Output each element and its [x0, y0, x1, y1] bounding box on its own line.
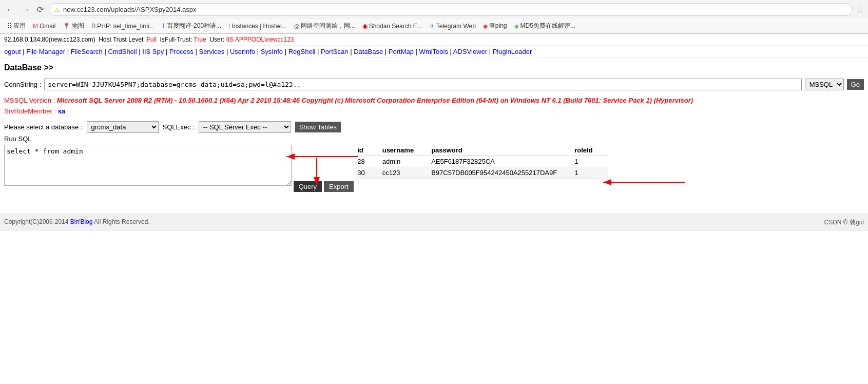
bookmark-md5[interactable]: ◈ MD5免费在线解密...	[511, 21, 578, 31]
apps-icon: ⠿	[7, 23, 12, 30]
cell-id: 30	[355, 167, 380, 179]
bookmark-label: Telegram Web	[436, 23, 476, 30]
user-value: IIS APPPOOL\newcc123	[226, 36, 294, 43]
nav-file-search[interactable]: FileSearch	[71, 48, 103, 55]
go-button[interactable]: Go	[847, 79, 864, 90]
maps-icon: 📍	[63, 23, 70, 30]
cell-password: AE5F6187F32825CA	[429, 156, 572, 167]
role-label: SrvRoleMember :	[4, 107, 56, 115]
db-type-select[interactable]: MSSQL MySQL Oracle	[805, 79, 844, 90]
sql-area-wrapper	[4, 145, 292, 189]
nav-database[interactable]: DataBase	[354, 48, 383, 55]
db-dropdown[interactable]: grcms_data	[87, 121, 159, 133]
results-wrapper: id username password roleId 28 admin AE5…	[355, 145, 608, 189]
nav-iis-spy[interactable]: IIS Spy	[142, 48, 164, 55]
copyright-text: Copyright(C)2006-2014	[4, 218, 68, 225]
db-select-row: Please select a database : grcms_data SQ…	[4, 121, 864, 133]
bookmark-maps[interactable]: 📍 地图	[60, 21, 87, 31]
main-content: DataBase >> ConnString : MSSQL MySQL Ora…	[0, 58, 868, 203]
bookmark-telegram[interactable]: ✈ Telegram Web	[427, 22, 479, 31]
col-roleid: roleId	[572, 145, 608, 156]
sqlexec-label: SQLExec :	[163, 123, 195, 131]
cell-roleid: 1	[572, 167, 608, 179]
bookmark-shodan[interactable]: ◉ Shodan Search E...	[359, 22, 426, 31]
cell-roleid: 1	[572, 156, 608, 167]
bookmark-network[interactable]: ◎ 网络空间测绘，网...	[291, 21, 358, 31]
host-trust-label: Host Trust Level:	[99, 36, 145, 43]
sql-textarea[interactable]	[4, 145, 292, 186]
bookmark-baidu[interactable]: T 百度翻译-200种语...	[159, 21, 224, 31]
cell-password: B97C57DB005F954242450A255217DA9F	[429, 167, 572, 179]
forward-button[interactable]: →	[20, 4, 32, 15]
host-trust-value: Full	[147, 36, 157, 43]
table-row: 30 cc123 B97C57DB005F954242450A255217DA9…	[355, 167, 608, 179]
results-table: id username password roleId 28 admin AE5…	[355, 145, 608, 179]
nav-plugin-loader[interactable]: PluginLoader	[493, 48, 532, 55]
arrow-annotation-3	[598, 175, 690, 190]
network-icon: ◎	[294, 23, 299, 30]
nav-process[interactable]: Process	[169, 48, 194, 55]
bookmark-star-button[interactable]: ☆	[856, 4, 864, 15]
header-row: id username password roleId	[355, 145, 608, 156]
nav-file-manager[interactable]: File Manager	[26, 48, 65, 55]
back-button[interactable]: ←	[4, 4, 16, 15]
query-button[interactable]: Query	[294, 181, 322, 192]
col-password: password	[429, 145, 572, 156]
ip-host-text: 92.168.0.134:80(new.cc123.com)	[4, 36, 95, 43]
nav-port-map[interactable]: PortMap	[389, 48, 414, 55]
export-button[interactable]: Export	[324, 181, 354, 192]
show-tables-button[interactable]: Show Tables	[295, 122, 341, 132]
nav-logout[interactable]: ogout	[4, 48, 21, 55]
conn-input[interactable]	[44, 79, 801, 90]
footer: Copyright(C)2006-2014 Bin'Blog All Right…	[0, 214, 868, 231]
address-bar[interactable]: ⚠ new.cc123.com/uploads/ASPXSpy2014.aspx	[49, 3, 853, 16]
action-btns-container: Query Export	[294, 181, 354, 198]
footer-left: Copyright(C)2006-2014 Bin'Blog All Right…	[4, 218, 150, 227]
reload-button[interactable]: ⟳	[35, 4, 46, 15]
table-header: id username password roleId	[355, 145, 608, 156]
nav-ads-viewer[interactable]: ADSViewer	[453, 48, 487, 55]
bookmark-label: 网络空间测绘，网...	[301, 22, 355, 30]
warning-icon: ⚠	[54, 6, 60, 13]
baidu-icon: T	[162, 23, 165, 30]
bookmark-label: PHP: set_time_limi...	[97, 23, 154, 30]
nav-port-scan[interactable]: PortScan	[321, 48, 348, 55]
bookmark-gmail[interactable]: M Gmail	[30, 22, 59, 31]
cell-username: admin	[380, 156, 429, 167]
nav-reg-shell[interactable]: RegShell	[288, 48, 316, 55]
nav-sys-info[interactable]: SysInfo	[261, 48, 283, 55]
nav-wmi-tools[interactable]: WmiTools	[419, 48, 448, 55]
bookmark-php[interactable]: B PHP: set_time_limi...	[88, 22, 157, 31]
instances-icon: /	[228, 23, 230, 30]
bookmark-ping[interactable]: ◆ 查ping	[480, 21, 510, 31]
nav-separator: |	[416, 48, 417, 55]
conn-label: ConnString :	[4, 81, 41, 88]
md5-icon: ◈	[514, 23, 519, 30]
user-label: User:	[209, 36, 224, 43]
role-line: SrvRoleMember : sa	[4, 107, 864, 115]
telegram-icon: ✈	[430, 23, 435, 30]
select-db-label: Please select a database :	[4, 123, 83, 131]
sqlexec-dropdown[interactable]: -- SQL Server Exec --	[199, 121, 291, 133]
cell-username: cc123	[380, 167, 429, 179]
footer-link[interactable]: Bin'Blog	[70, 218, 93, 225]
bookmark-instances[interactable]: / Instances | Hostwi...	[225, 22, 290, 31]
footer-right: CSDN © 装gul	[824, 218, 864, 227]
nav-user-info[interactable]: UserInfo	[230, 48, 255, 55]
role-value[interactable]: sa	[58, 107, 65, 115]
conn-row: ConnString : MSSQL MySQL Oracle Go	[4, 79, 864, 90]
arrow-annotation-1	[281, 149, 363, 164]
shodan-icon: ◉	[362, 23, 368, 30]
col-username: username	[380, 145, 429, 156]
bookmark-apps[interactable]: ⠿ 应用	[4, 21, 29, 31]
run-sql-label: Run SQL	[4, 135, 864, 143]
bookmark-label: Instances | Hostwi...	[232, 23, 286, 30]
nav-links: ogout | File Manager | FileSearch | CmdS…	[0, 46, 868, 58]
php-icon: B	[91, 23, 95, 30]
nav-services[interactable]: Services	[199, 48, 224, 55]
version-value: Microsoft SQL Server 2008 R2 (RTM) - 10.…	[57, 97, 693, 104]
bookmark-label: 地图	[72, 22, 84, 30]
action-buttons: Query Export	[294, 181, 354, 192]
nav-cmd-shell[interactable]: CmdShell	[108, 48, 137, 55]
bookmark-label: Shodan Search E...	[369, 23, 422, 30]
